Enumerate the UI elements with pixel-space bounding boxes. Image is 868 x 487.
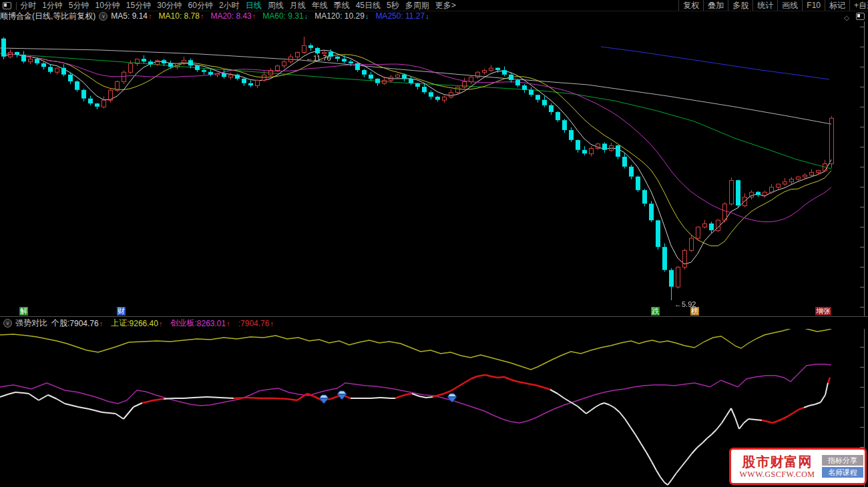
legend-value: 9266.40 <box>130 319 158 328</box>
toolbar-button-+自选[interactable]: +自选 <box>849 0 868 11</box>
period-tab-更多>[interactable]: 更多> <box>435 0 456 11</box>
ma-label-4: MA120: 10.29↓ <box>314 11 369 21</box>
ma-trend-arrow: ↓ <box>425 12 429 20</box>
legend-item-1: 上证: 9266.40↑ <box>111 318 162 329</box>
ma-label-text: MA250: 11.27 <box>375 11 425 21</box>
watermark-text: 股市财富网 WWW.GSCFW.COM <box>732 454 822 480</box>
toolbar-separator: | <box>15 0 17 11</box>
ma-label-text: MA60: 9.31 <box>262 11 303 21</box>
ma-label-text: MA120: 10.29 <box>314 11 365 21</box>
right-toolbar: 复权叠加多股统计画线F10标记+自选 <box>678 0 868 11</box>
event-tag-增张[interactable]: 增张 <box>815 307 831 316</box>
stock-app-window: { "toolbar": { "periods": ["分时","1分钟","5… <box>0 0 868 487</box>
toolbar-button-统计[interactable]: 统计 <box>752 0 777 11</box>
toolbar-button-F10[interactable]: F10 <box>802 0 825 11</box>
toolbar-button-叠加[interactable]: 叠加 <box>703 0 728 11</box>
period-tabs: 分时1分钟5分钟10分钟15分钟30分钟60分钟2小时日线周线月线年线季线45日… <box>20 0 456 11</box>
legend-label: 创业板: <box>170 318 196 329</box>
watermark-badges: 指标分享名师课程 <box>822 455 863 478</box>
watermark-box: 股市财富网 WWW.GSCFW.COM 指标分享名师课程 <box>729 448 867 485</box>
watermark-badge-1: 名师课程 <box>822 467 863 478</box>
candlestick-chart-canvas[interactable] <box>0 21 868 316</box>
legend-trend-arrow: ↑ <box>226 320 230 328</box>
legend-item-0: 个股: 7904.76↑ <box>51 318 103 329</box>
window-panel-icon[interactable] <box>3 2 11 9</box>
indicator-name: 强势对比 <box>15 318 47 329</box>
period-tab-1分钟[interactable]: 1分钟 <box>42 0 63 11</box>
legend-value: 7904.76 <box>240 319 269 328</box>
period-tab-季线[interactable]: 季线 <box>334 0 350 11</box>
period-tab-周线[interactable]: 周线 <box>268 0 284 11</box>
event-tag-财[interactable]: 财 <box>117 307 126 316</box>
legend-item-2: 创业板: 8263.01↑ <box>170 318 230 329</box>
ma-trend-arrow: ↓ <box>365 12 369 20</box>
legend-trend-arrow: ↑ <box>99 320 103 328</box>
ma-label-3: MA60: 9.31↓ <box>262 11 308 21</box>
toolbar-button-画线[interactable]: 画线 <box>777 0 802 11</box>
period-tab-分时[interactable]: 分时 <box>20 0 36 11</box>
event-tag-跌[interactable]: 跌 <box>651 307 660 316</box>
watermark-url: WWW.GSCFW.COM <box>732 470 822 480</box>
watermark-badge-0: 指标分享 <box>822 455 863 466</box>
collapse-chart-icon[interactable]: ∨ <box>99 12 107 21</box>
period-tab-多周期[interactable]: 多周期 <box>405 0 429 11</box>
period-tab-年线[interactable]: 年线 <box>312 0 328 11</box>
main-chart-area: ←11.76 ←5.92 解财跌榜增张 <box>0 21 868 316</box>
period-tab-45日线[interactable]: 45日线 <box>356 0 381 11</box>
ma-label-text: MA10: 8.78 <box>159 11 200 21</box>
split-panel-icon[interactable] <box>856 13 865 20</box>
legend-value: 7904.76 <box>69 319 98 328</box>
ma-trend-arrow: ↑ <box>252 12 256 20</box>
legend-label: 上证: <box>111 318 129 329</box>
toolbar-button-复权[interactable]: 复权 <box>678 0 703 11</box>
collapse-indicator-icon[interactable]: ∨ <box>3 319 12 328</box>
period-tab-月线[interactable]: 月线 <box>290 0 306 11</box>
legend-trend-arrow: ↑ <box>270 320 274 328</box>
period-tab-日线[interactable]: 日线 <box>246 0 262 11</box>
ma-trend-arrow: ↑ <box>148 12 152 20</box>
title-bar: 顺博合金(日线,等比前复权) ∨ MA5: 9.14↑MA10: 8.78↑MA… <box>0 11 868 21</box>
ma-label-0: MA5: 9.14↑ <box>111 11 152 21</box>
period-toolbar: | 分时1分钟5分钟10分钟15分钟30分钟60分钟2小时日线周线月线年线季线4… <box>0 0 868 11</box>
period-tab-15分钟[interactable]: 15分钟 <box>126 0 151 11</box>
legend-value: 8263.01 <box>197 319 226 328</box>
period-tab-30分钟[interactable]: 30分钟 <box>157 0 182 11</box>
ma-label-text: MA5: 9.14 <box>111 11 148 21</box>
watermark-site-name: 股市财富网 <box>732 454 822 470</box>
period-tab-5分钟[interactable]: 5分钟 <box>69 0 89 11</box>
ma-label-1: MA10: 8.78↑ <box>159 11 204 21</box>
ma-legend: MA5: 9.14↑MA10: 8.78↑MA20: 8.43↑MA60: 9.… <box>111 11 429 21</box>
ma-trend-arrow: ↑ <box>200 12 204 20</box>
period-tab-2小时[interactable]: 2小时 <box>219 0 240 11</box>
high-price-label: ←11.76 <box>306 55 331 62</box>
legend-item-3: : 7904.76↑ <box>238 319 274 328</box>
instrument-title: 顺博合金(日线,等比前复权) <box>0 11 95 21</box>
ma-label-2: MA20: 8.43↑ <box>210 11 256 21</box>
indicator-panel-area: 股市财富网 WWW.GSCFW.COM 指标分享名师课程 <box>0 329 868 487</box>
period-tab-10分钟[interactable]: 10分钟 <box>95 0 120 11</box>
period-tab-5秒[interactable]: 5秒 <box>387 0 399 11</box>
event-tag-解[interactable]: 解 <box>19 307 28 316</box>
legend-label: 个股: <box>51 318 69 329</box>
indicator-legend: 个股: 7904.76↑上证: 9266.40↑创业板: 8263.01↑: 7… <box>51 318 279 329</box>
toolbar-button-多股[interactable]: 多股 <box>728 0 752 11</box>
period-tab-60分钟[interactable]: 60分钟 <box>188 0 213 11</box>
ma-trend-arrow: ↓ <box>304 12 308 20</box>
indicator-header: ∨ 强势对比 个股: 7904.76↑上证: 9266.40↑创业板: 8263… <box>0 316 868 330</box>
ma-label-5: MA250: 11.27↓ <box>375 11 429 21</box>
toolbar-button-标记[interactable]: 标记 <box>825 0 849 11</box>
legend-trend-arrow: ↑ <box>159 320 163 328</box>
event-tag-榜[interactable]: 榜 <box>690 307 699 316</box>
ma-label-text: MA20: 8.43 <box>210 11 251 21</box>
